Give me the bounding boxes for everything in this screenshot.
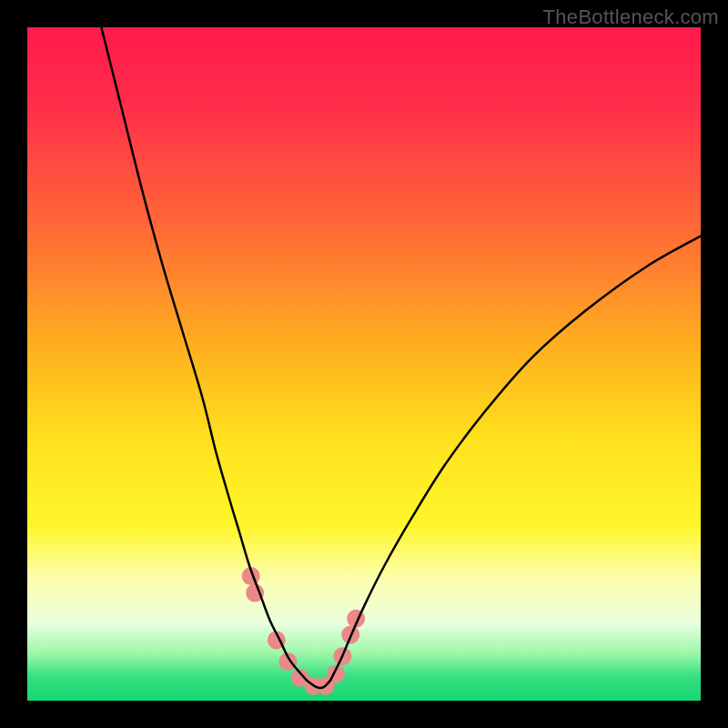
plot-area: [27, 27, 701, 701]
chart-frame: TheBottleneck.com: [0, 0, 728, 728]
curve-layer: [27, 27, 701, 701]
left-branch-curve: [101, 27, 307, 681]
watermark-text: TheBottleneck.com: [543, 5, 719, 29]
right-branch-curve: [330, 236, 701, 680]
